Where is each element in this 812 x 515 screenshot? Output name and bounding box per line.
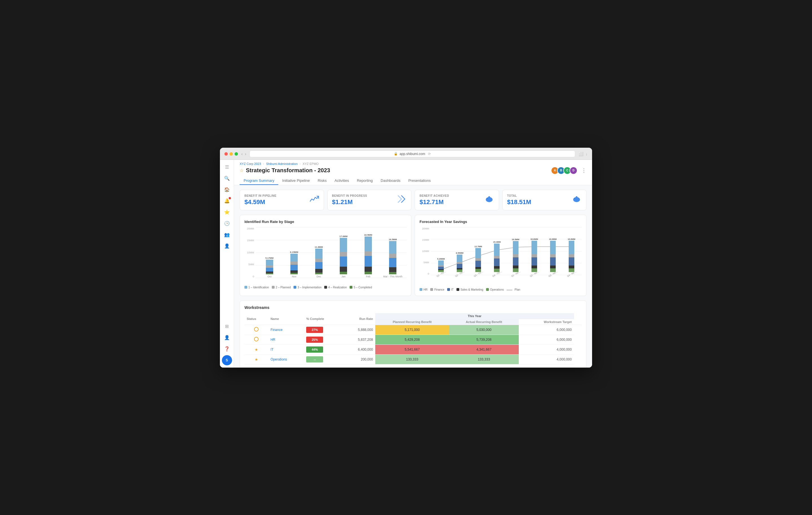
- planned-finance: 5,171,000: [375, 325, 449, 335]
- fullscreen-button[interactable]: [235, 152, 238, 156]
- forecast-chart: Forecasted In Year Savings 20MM 15MM 10M…: [415, 215, 586, 296]
- target-ops: 4,000,000: [519, 354, 574, 364]
- actual-it: 4,341,667: [449, 344, 519, 354]
- kpi-benefit-progress: BENEFIT IN PROGRESS $1.21M: [327, 190, 412, 210]
- sidebar-admin-icon[interactable]: 👤: [222, 241, 232, 251]
- svg-point-7: [574, 198, 575, 199]
- status-star-ops: ★: [255, 357, 258, 362]
- forecast-chart-title: Forecasted In Year Savings: [419, 220, 582, 224]
- workstream-name-finance[interactable]: Finance: [270, 328, 283, 332]
- run-rate-hr: 5,837,208: [342, 335, 375, 344]
- bar-oct: 5.17MM Oct: [257, 257, 282, 278]
- sidebar-menu-icon[interactable]: ☰: [222, 162, 232, 172]
- breadcrumb-item-2: XYZ EPMO: [302, 162, 319, 165]
- forecast-chart-legend: HR Finance IT Sales & Marketing Operatio…: [419, 288, 582, 291]
- run-rate-it: 6,400,000: [342, 344, 375, 354]
- close-button[interactable]: [225, 152, 228, 156]
- workstreams-title: Workstreams: [244, 305, 582, 310]
- bar-chart-legend: 1 – Identification 2 – Planned 3 – Imple…: [244, 286, 407, 289]
- col-workstream-target: Workstream Target: [519, 319, 574, 325]
- planned-ops: 133,333: [375, 354, 449, 364]
- workstream-name-hr[interactable]: HR: [270, 338, 275, 342]
- status-circle-finance: [254, 327, 259, 332]
- bar-nov: 8.15MM Nov: [282, 251, 307, 278]
- col-this-year: This Year: [375, 313, 574, 319]
- tab-dashboards[interactable]: Dashboards: [377, 177, 404, 185]
- nav-arrows: ‹ ›: [241, 152, 246, 156]
- breadcrumb-item-1[interactable]: Shibumi Administration: [266, 162, 298, 165]
- table-row: ★ IT 44% 6,400,000 5,541,667 4,341,667 4…: [244, 344, 582, 354]
- planned-it: 5,541,667: [375, 344, 449, 354]
- tab-initiative-pipeline[interactable]: Initiative Pipeline: [278, 177, 314, 185]
- actual-ops: 133,333: [449, 354, 519, 364]
- sidebar-settings-icon[interactable]: S: [222, 355, 232, 365]
- page-title: Strategic Transformation - 2023: [246, 167, 330, 174]
- forecast-bar-q1ny: 16.5MM Q1 - Next Year: [506, 238, 525, 275]
- more-options-button[interactable]: ⋮: [581, 168, 586, 174]
- actual-finance: 5,030,000: [449, 325, 519, 335]
- pct-bar-finance: 27%: [306, 327, 323, 333]
- kpi-progress-icon: [397, 194, 407, 206]
- nav-tabs: Program Summary Initiative Pipeline Risk…: [240, 177, 586, 185]
- actual-hr: 5,739,208: [449, 335, 519, 344]
- kpi-benefit-pipeline: BENEFIT IN PIPELINE $4.59M: [240, 190, 324, 210]
- sidebar-favorites-icon[interactable]: ⭐: [222, 207, 232, 217]
- tab-activities[interactable]: Activities: [330, 177, 353, 185]
- back-button[interactable]: ‹: [241, 152, 243, 156]
- kpi-total-icon: [572, 194, 582, 206]
- svg-point-6: [576, 196, 577, 198]
- table-row: ★ Operations -- 200,000 133,333 133,333 …: [244, 354, 582, 364]
- tab-presentations[interactable]: Presentations: [404, 177, 435, 185]
- sidebar-teams-icon[interactable]: 👥: [222, 230, 232, 240]
- target-hr: 6,000,000: [519, 335, 574, 344]
- breadcrumb-item-0[interactable]: XYZ Corp 2023: [240, 162, 261, 165]
- table-row: HR 25% 5,837,208 5,429,208 5,739,208 6,0…: [244, 335, 582, 344]
- kpi-total: TOTAL $18.51M: [502, 190, 587, 210]
- pct-bar-ops: --: [306, 356, 323, 363]
- browser-chrome: ‹ › 🔒 app.shibumi.com ⟳ ⬜↓: [220, 148, 592, 160]
- traffic-lights: [225, 152, 238, 156]
- sidebar: ☰ 🔍 🏠 🔔 ⭐ 🕒 👥 👤 ⊞ 👤 ❓ S: [220, 160, 234, 368]
- col-target: [574, 313, 582, 325]
- run-rate-finance: 5,888,000: [342, 325, 375, 335]
- workstream-name-it[interactable]: IT: [270, 347, 273, 352]
- pct-bar-hr: 25%: [306, 337, 323, 343]
- bar-mar: 16.5MM Mar - This Month: [381, 238, 405, 278]
- run-rate-chart-title: Identified Run Rate by Stage: [244, 220, 407, 224]
- kpi-achieved-icon: [484, 194, 494, 206]
- col-name: Name: [268, 313, 304, 325]
- kpi-cards: BENEFIT IN PIPELINE $4.59M BENEFIT: [240, 190, 586, 210]
- header-actions: A B C D ⋮: [551, 166, 586, 175]
- tab-reporting[interactable]: Reporting: [353, 177, 377, 185]
- workstreams-section: Workstreams Status Name % Complete Run R…: [240, 301, 586, 368]
- sidebar-table-icon[interactable]: ⊞: [222, 321, 232, 332]
- avatar-4: D: [570, 166, 577, 175]
- sidebar-home-icon[interactable]: 🏠: [222, 185, 232, 195]
- tab-program-summary[interactable]: Program Summary: [240, 177, 278, 185]
- tab-risks[interactable]: Risks: [314, 177, 331, 185]
- status-star-it: ★: [255, 347, 258, 352]
- forecast-bar-q2ty: 8.99MM Q2 - This Year: [450, 252, 469, 275]
- status-circle-hr: [254, 337, 259, 341]
- col-pct-complete: % Complete: [304, 313, 342, 325]
- breadcrumb: XYZ Corp 2023 › Shibumi Administration ›…: [240, 162, 586, 165]
- table-row: Finance 27% 5,888,000 5,171,000 5,030,00…: [244, 325, 582, 335]
- kpi-pipeline-icon: [309, 194, 319, 206]
- forward-button[interactable]: ›: [245, 152, 246, 156]
- sidebar-notifications-icon[interactable]: 🔔: [222, 196, 232, 206]
- sidebar-recent-icon[interactable]: 🕒: [222, 218, 232, 229]
- workstream-name-ops[interactable]: Operations: [270, 357, 287, 361]
- bar-jan: 17.6MM Jan: [331, 235, 356, 278]
- minimize-button[interactable]: [230, 152, 233, 156]
- address-bar[interactable]: 🔒 app.shibumi.com ⟳: [250, 151, 575, 157]
- target-it: 4,000,000: [519, 344, 574, 354]
- favorite-star-icon[interactable]: ☆: [240, 168, 243, 173]
- sidebar-search-icon[interactable]: 🔍: [222, 173, 232, 183]
- col-actual-recurring: Actual Recurring Benefit: [449, 319, 519, 325]
- kpi-benefit-achieved: BENEFIT ACHIEVED $12.71M: [415, 190, 499, 210]
- sidebar-user-icon[interactable]: 👤: [222, 333, 232, 343]
- sidebar-help-icon[interactable]: ❓: [222, 344, 232, 354]
- forecast-bar-q1ty: 5.26MM Q1 - This Year: [432, 258, 450, 275]
- top-bar: XYZ Corp 2023 › Shibumi Administration ›…: [234, 160, 592, 185]
- charts-row: Identified Run Rate by Stage 20MM 15MM 1…: [240, 215, 586, 296]
